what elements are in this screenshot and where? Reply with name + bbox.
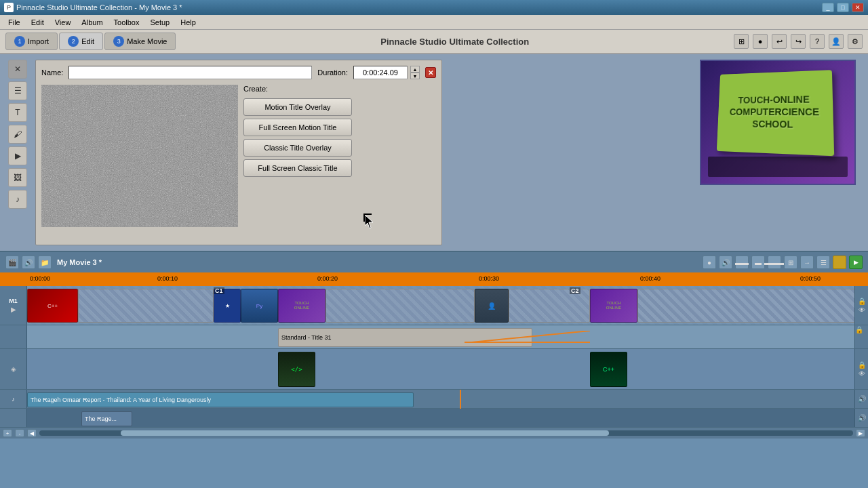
timeline-green-btn[interactable]: ▶ [849, 256, 863, 269]
sidebar-btn-close[interactable]: ✕ [8, 60, 27, 79]
menu-edit[interactable]: Edit [26, 17, 50, 28]
tab-import[interactable]: 1 Import [5, 33, 58, 50]
btn-full-screen-motion-title[interactable]: Full Screen Motion Title [243, 119, 352, 136]
redo-icon[interactable]: ↪ [791, 34, 806, 49]
minimize-button[interactable]: _ [822, 3, 834, 12]
spinner-up[interactable]: ▲ [410, 66, 420, 73]
menu-bar: File Edit View Album Toolbox Setup Help [0, 15, 868, 30]
scroll-sub[interactable]: - [15, 429, 24, 437]
sidebar-btn-brush[interactable]: 🖌 [8, 125, 27, 144]
help-icon[interactable]: ? [810, 34, 825, 49]
duration-group: ▲ ▼ [353, 66, 420, 79]
menu-view[interactable]: View [50, 17, 77, 28]
menu-album[interactable]: Album [76, 17, 108, 28]
dialog-header: Name: Duration: ▲ ▼ ✕ [41, 66, 436, 79]
clip-6[interactable]: TOUCHONLINE [590, 289, 637, 323]
track-audio2-content[interactable]: The Rage... [27, 409, 854, 427]
menu-setup[interactable]: Setup [144, 17, 175, 28]
ruler-30: 0:00:30 [479, 275, 499, 282]
sidebar-btn-text[interactable]: T [8, 103, 27, 122]
spinner-down[interactable]: ▼ [410, 73, 420, 79]
scroll-add[interactable]: + [3, 429, 12, 437]
effect-clip-2[interactable]: C++ [590, 352, 627, 387]
audio-clip-2-label: The Rage... [85, 415, 117, 422]
track-effects-content[interactable]: </> C++ [27, 349, 854, 389]
monitor-icon[interactable]: ⊞ [734, 34, 749, 49]
clip-1[interactable]: C++ [27, 289, 78, 323]
effect-clip-1[interactable]: </> [278, 352, 315, 387]
timeline-btn-film[interactable]: 🎬 [5, 256, 19, 269]
track-video-content[interactable]: C++ ★ Py TOUCHONLINE 👤 [27, 286, 854, 325]
title-clip-label: Standard - Title 31 [281, 334, 332, 341]
timeline-btn-speaker[interactable]: 🔊 [22, 256, 35, 269]
tab-make-movie[interactable]: 3 Make Movie [104, 33, 176, 50]
btn-full-screen-classic-title[interactable]: Full Screen Classic Title [243, 159, 352, 177]
thumbnail-bottom [708, 157, 848, 177]
toolbar-icons: ⊞ ● ↩ ↪ ? 👤 ⚙ [734, 34, 863, 49]
scroll-track [39, 430, 853, 436]
clip-thumb-3: Py [241, 289, 277, 322]
track-title: Standard - Title 31 🔒 [0, 325, 868, 349]
record-icon[interactable]: ● [753, 34, 768, 49]
track-title-content[interactable]: Standard - Title 31 [27, 325, 854, 348]
audio-clip-main[interactable]: The Rageh Omaar Report - Thailand: A Yea… [27, 392, 414, 407]
timeline-orange-btn[interactable] [833, 256, 846, 269]
dialog-close-button[interactable]: ✕ [425, 67, 436, 78]
audio-clip-2[interactable]: The Rage... [81, 411, 132, 426]
preview-area [41, 85, 238, 227]
maximize-button[interactable]: □ [837, 3, 849, 12]
settings-icon[interactable]: ⚙ [848, 34, 863, 49]
btn-classic-title-overlay[interactable]: Classic Title Overlay [243, 139, 352, 157]
create-panel: Create: Motion Title Overlay Full Screen… [243, 85, 436, 227]
menu-file[interactable]: File [3, 17, 26, 28]
track-title-left [0, 325, 27, 348]
effect-thumb-2: C++ [591, 352, 627, 386]
sidebar-btn-menu[interactable]: ☰ [8, 81, 27, 100]
timeline-grid[interactable]: ⊞ [784, 256, 797, 269]
menu-help[interactable]: Help [175, 17, 201, 28]
app-icon: P [4, 3, 14, 12]
timeline-arrow[interactable]: → [800, 256, 814, 269]
close-button[interactable]: ✕ [852, 3, 864, 12]
track-video-left: M1 ▶ [0, 286, 27, 325]
user-icon[interactable]: 👤 [829, 34, 844, 49]
effect-thumb-1: </> [279, 352, 315, 386]
timeline-toolbar: 🎬 🔊 📁 My Movie 3 * ● 🔊 ▬▬ ▬ ▬▬▬ ⊞ → ☰ ▶ [0, 252, 868, 272]
sidebar-btn-film[interactable]: ▶ [8, 146, 27, 165]
duration-input[interactable] [353, 66, 408, 79]
timeline-speaker2[interactable]: 🔊 [719, 256, 732, 269]
sidebar-btn-audio[interactable]: ♪ [8, 190, 27, 209]
name-input[interactable] [68, 66, 312, 79]
btn-motion-title-overlay[interactable]: Motion Title Overlay [243, 98, 352, 116]
ruler-0: 0:00:00 [30, 275, 50, 282]
sidebar-btn-image[interactable]: 🖼 [8, 168, 27, 187]
clip-4[interactable]: TOUCHONLINE [278, 289, 326, 323]
track-audio1-content[interactable]: The Rageh Omaar Report - Thailand: A Yea… [27, 390, 854, 408]
dialog-body: Create: Motion Title Overlay Full Screen… [41, 85, 436, 227]
ruler-40: 0:00:40 [640, 275, 660, 282]
timeline-scrollbar: + - ◀ ▶ [0, 428, 868, 439]
scroll-left[interactable]: ◀ [27, 429, 37, 437]
timeline-bar1[interactable]: ▬▬ [735, 256, 749, 269]
timeline-list[interactable]: ☰ [816, 256, 830, 269]
timeline-bar3[interactable]: ▬▬▬ [768, 256, 781, 269]
tab-edit[interactable]: 2 Edit [59, 33, 103, 50]
window-controls[interactable]: _ □ ✕ [822, 3, 864, 12]
timeline-bar2[interactable]: ▬ [751, 256, 765, 269]
title-clip[interactable]: Standard - Title 31 [278, 328, 532, 347]
timeline-btn-folder[interactable]: 📁 [38, 256, 52, 269]
clip-thumb-2: ★ [214, 289, 240, 322]
clip-thumb-1: C++ [28, 289, 77, 322]
timeline-dot-btn[interactable]: ● [703, 256, 716, 269]
track-audio2-right: 🔊 [854, 409, 868, 427]
menu-toolbox[interactable]: Toolbox [108, 17, 145, 28]
scroll-thumb[interactable] [121, 430, 609, 436]
clip-5[interactable]: 👤 [475, 289, 509, 323]
tab-import-label: Import [28, 37, 49, 45]
lock-icon-video: 🔒 [858, 298, 866, 305]
clip-thumb-5: 👤 [475, 289, 508, 322]
clip-3[interactable]: Py [241, 289, 278, 323]
undo-icon[interactable]: ↩ [772, 34, 787, 49]
scroll-right[interactable]: ▶ [856, 429, 865, 437]
playhead-audio [460, 390, 461, 409]
